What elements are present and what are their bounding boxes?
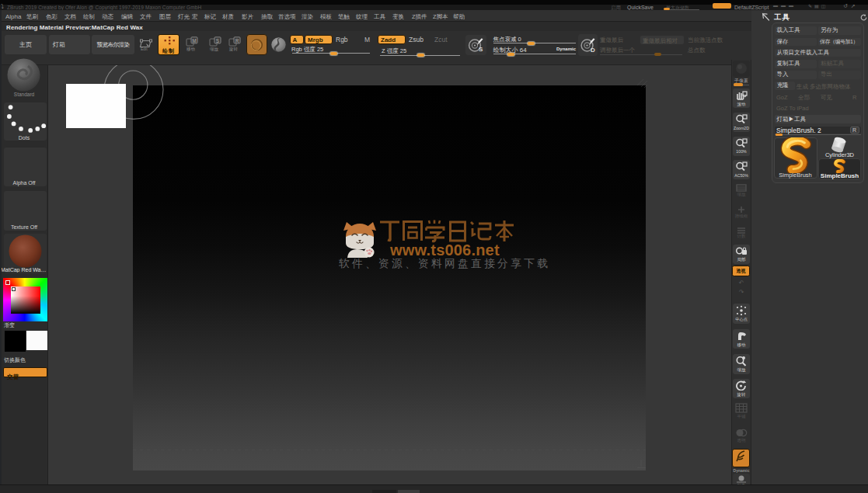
svg-text:R: R — [235, 38, 239, 43]
svg-text:S: S — [216, 38, 220, 43]
svg-text:S: S — [479, 46, 483, 53]
svg-text:M: M — [192, 38, 196, 43]
svg-text:D: D — [591, 47, 595, 54]
